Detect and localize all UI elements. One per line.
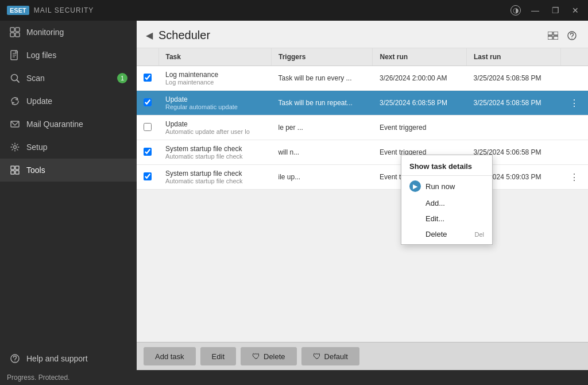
app-body: Monitoring Log files xyxy=(0,21,588,370)
task-subtitle: Automatic startup file check xyxy=(165,153,264,160)
add-task-button[interactable]: Add task xyxy=(144,347,196,365)
context-menu-edit[interactable]: Edit... xyxy=(401,211,492,226)
row-trigger-cell: will n... xyxy=(271,140,373,165)
status-bar: Progress. Protected. xyxy=(0,370,588,385)
sidebar-item-help-support[interactable]: Help and support xyxy=(0,347,137,370)
row-checkbox-cell xyxy=(137,116,158,140)
scheduler-table: Task Triggers Next run Last run xyxy=(137,48,588,190)
svg-line-10 xyxy=(17,80,19,82)
delete-label: Delete xyxy=(425,230,447,238)
row-checkbox[interactable] xyxy=(144,98,152,106)
table-row[interactable]: System startup file check Automatic star… xyxy=(137,165,588,190)
add-label: Add... xyxy=(425,199,445,207)
table-row[interactable]: Update Automatic update after user lo le… xyxy=(137,116,588,140)
svg-rect-0 xyxy=(10,28,14,32)
table-row[interactable]: System startup file check Automatic star… xyxy=(137,140,588,165)
task-subtitle: Automatic update after user lo xyxy=(165,128,264,135)
row-next-run-cell: Event triggered xyxy=(373,116,467,140)
close-button[interactable]: ✕ xyxy=(570,5,581,16)
sidebar-item-monitoring[interactable]: Monitoring xyxy=(0,21,137,44)
view-toggle-button[interactable] xyxy=(546,30,560,41)
row-checkbox[interactable] xyxy=(144,74,152,82)
row-last-run-cell xyxy=(466,116,560,140)
row-trigger-cell: ile up... xyxy=(271,165,373,190)
context-menu-delete[interactable]: Delete Del xyxy=(401,226,492,242)
svg-rect-21 xyxy=(548,36,552,40)
row-checkbox-cell xyxy=(137,91,158,116)
table-row[interactable]: Log maintenance Log maintenance Task wil… xyxy=(137,66,588,91)
run-now-icon: ▶ xyxy=(409,180,421,192)
col-next-run: Next run xyxy=(373,48,467,66)
scheduler-table-wrapper: Task Triggers Next run Last run xyxy=(137,48,588,342)
row-checkbox-cell xyxy=(137,66,158,91)
svg-rect-15 xyxy=(11,171,14,174)
svg-rect-3 xyxy=(16,33,20,37)
scan-label: Scan xyxy=(26,74,45,83)
svg-rect-13 xyxy=(11,166,14,170)
svg-rect-19 xyxy=(548,32,552,35)
task-name: System startup file check xyxy=(165,170,264,178)
sidebar-item-log-files[interactable]: Log files xyxy=(0,44,137,67)
edit-button[interactable]: Edit xyxy=(200,347,236,365)
task-name: System startup file check xyxy=(165,145,264,153)
theme-toggle[interactable]: ◑ xyxy=(510,5,521,16)
row-checkbox[interactable] xyxy=(144,123,152,131)
table-row[interactable]: Update Regular automatic update Task wil… xyxy=(137,91,588,116)
row-checkbox[interactable] xyxy=(144,172,152,180)
task-subtitle: Log maintenance xyxy=(165,79,264,86)
update-label: Update xyxy=(26,97,52,106)
row-more-button[interactable]: ⋮ xyxy=(567,98,581,109)
monitoring-icon xyxy=(9,26,21,38)
maximize-button[interactable]: ❐ xyxy=(550,5,562,16)
default-shield-icon: 🛡 xyxy=(313,352,321,361)
setup-icon xyxy=(9,141,21,153)
row-task-cell: System startup file check Automatic star… xyxy=(158,140,271,165)
sidebar-item-mail-quarantine[interactable]: Mail Quarantine xyxy=(0,113,137,136)
scan-badge: 1 xyxy=(117,73,127,83)
mail-quarantine-label: Mail Quarantine xyxy=(26,120,83,129)
minimize-button[interactable]: — xyxy=(529,5,541,16)
row-more-cell xyxy=(560,140,588,165)
sidebar-item-setup[interactable]: Setup xyxy=(0,136,137,159)
row-task-cell: System startup file check Automatic star… xyxy=(158,165,271,190)
row-checkbox[interactable] xyxy=(144,148,152,156)
app-logo: ESET MAIL SECURITY xyxy=(7,6,94,15)
context-menu-header: Show task details xyxy=(401,157,492,176)
main-header: ◀ Scheduler xyxy=(137,21,588,48)
context-menu-add[interactable]: Add... xyxy=(401,195,492,211)
row-last-run-cell: 3/25/2024 5:08:58 PM xyxy=(466,66,560,91)
row-next-run-cell: 3/25/2024 6:08:58 PM xyxy=(373,91,467,116)
context-menu-run-now[interactable]: ▶ Run now xyxy=(401,177,492,195)
svg-point-24 xyxy=(571,37,572,38)
task-name: Update xyxy=(165,95,264,103)
col-actions xyxy=(560,48,588,66)
sidebar-item-update[interactable]: Update xyxy=(0,90,137,113)
svg-rect-14 xyxy=(16,166,19,170)
delete-label: Delete xyxy=(264,352,285,361)
col-checkbox xyxy=(137,48,158,66)
eset-brand: ESET xyxy=(7,6,29,15)
edit-label: Edit xyxy=(212,352,225,361)
sidebar-item-scan[interactable]: Scan 1 xyxy=(0,67,137,90)
update-icon xyxy=(9,95,21,107)
page-title: Scheduler xyxy=(158,29,210,42)
svg-rect-16 xyxy=(16,171,19,174)
app-title: MAIL SECURITY xyxy=(34,6,94,14)
main-content: ◀ Scheduler xyxy=(137,21,588,370)
log-files-icon xyxy=(9,49,21,61)
row-next-run-cell: 3/26/2024 2:00:00 AM xyxy=(373,66,467,91)
run-now-label: Run now xyxy=(425,182,455,191)
edit-label: Edit... xyxy=(425,214,444,223)
task-subtitle: Automatic startup file check xyxy=(165,178,264,184)
help-support-icon xyxy=(9,353,21,364)
row-more-button[interactable]: ⋮ xyxy=(567,172,581,183)
help-button[interactable] xyxy=(565,30,579,41)
col-last-run: Last run xyxy=(466,48,560,66)
sidebar-item-tools[interactable]: Tools xyxy=(0,159,137,182)
delete-button[interactable]: 🛡 Delete xyxy=(241,347,297,365)
row-trigger-cell: le per ... xyxy=(271,116,373,140)
default-button[interactable]: 🛡 Default xyxy=(301,347,359,365)
task-name: Log maintenance xyxy=(165,71,264,79)
back-button[interactable]: ◀ xyxy=(146,31,153,40)
svg-rect-2 xyxy=(10,33,14,37)
